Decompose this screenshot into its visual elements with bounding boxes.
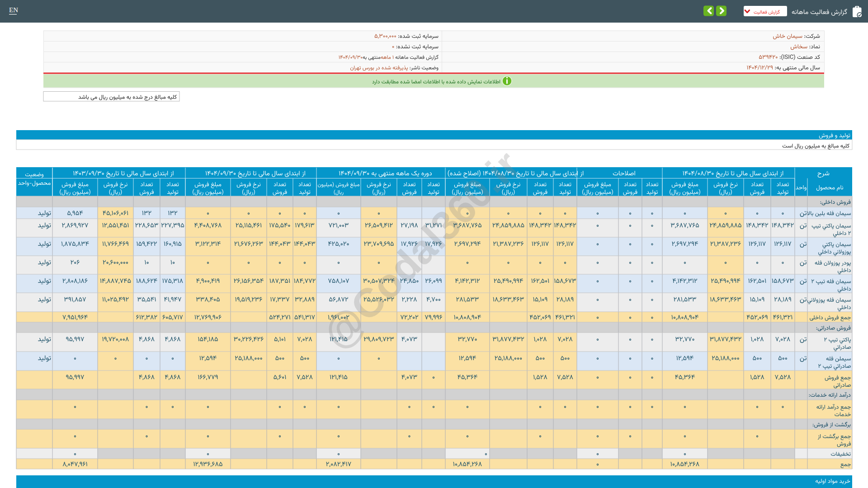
svg-text:EN: EN: [9, 6, 18, 14]
